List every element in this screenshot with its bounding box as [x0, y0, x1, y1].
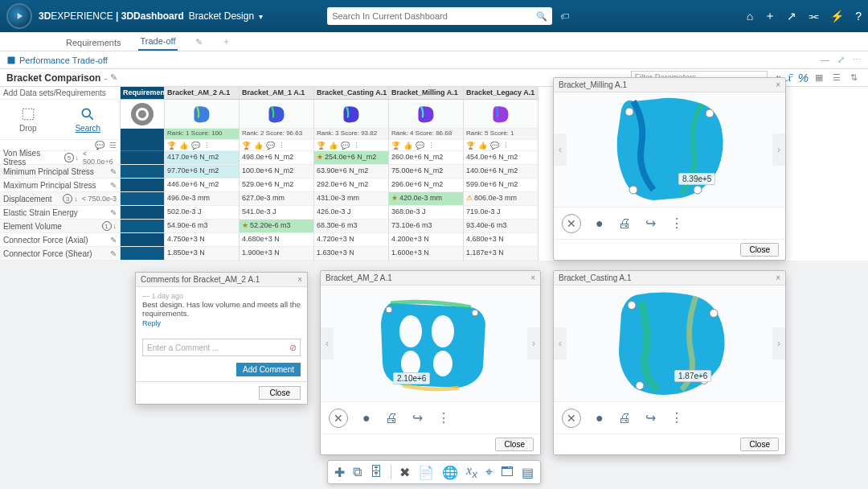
data-cell[interactable]: ★420.0e-3 mm [389, 192, 463, 206]
fx-xbar-icon[interactable]: 𝑥̄ [786, 71, 792, 84]
prev-arrow-icon[interactable]: ‹ [554, 327, 567, 360]
print-icon[interactable]: 🖨 [385, 411, 398, 425]
data-cell[interactable]: 97.70e+6 N_m2 [165, 165, 239, 179]
thumbnail[interactable] [121, 100, 164, 129]
data-cell[interactable]: ★52.20e-6 m3 [240, 220, 313, 233]
minimize-icon[interactable]: — [821, 55, 829, 65]
data-cell[interactable]: 292.0e+6 N_m2 [314, 179, 388, 192]
add-icon[interactable]: ✚ [334, 465, 345, 480]
help-icon[interactable]: ? [855, 10, 862, 23]
close-button[interactable]: Close [740, 243, 779, 257]
close-icon[interactable]: × [297, 275, 302, 284]
next-arrow-icon[interactable]: › [527, 327, 540, 360]
column-header[interactable]: Bracket_Legacy A.1 [464, 87, 538, 100]
expand-icon[interactable]: ⤢ [837, 55, 845, 65]
data-cell[interactable]: 68.30e-6 m3 [314, 220, 388, 233]
db-icon[interactable]: 🗄 [370, 465, 383, 479]
sphere-icon[interactable]: ● [596, 411, 604, 425]
dashboard-name[interactable]: Bracket Design [189, 10, 254, 22]
sphere-icon[interactable]: ● [596, 216, 604, 231]
sphere-icon[interactable]: ● [362, 411, 371, 425]
plus-icon[interactable]: ＋ [764, 9, 776, 23]
print-icon[interactable]: 🖨 [618, 216, 631, 231]
data-cell[interactable]: 541.0e-3 J [240, 206, 313, 220]
close-icon[interactable]: × [530, 273, 535, 282]
column-header[interactable]: Requirements [121, 87, 164, 100]
more-dots-icon[interactable]: ⋮ [670, 410, 683, 425]
search-icon[interactable]: 🔍 [536, 11, 547, 22]
search-input[interactable] [332, 11, 536, 21]
thumbnail[interactable] [240, 100, 313, 129]
data-cell[interactable]: 431.0e-3 mm [314, 192, 388, 206]
tab-edit-icon[interactable]: ✎ [194, 34, 204, 51]
delete-icon[interactable]: ✖ [399, 465, 410, 480]
globe-icon[interactable]: 🌐 [442, 465, 458, 480]
drop-button[interactable]: Drop [19, 106, 37, 133]
compass-icon[interactable] [6, 3, 32, 29]
close-circle-icon[interactable]: ✕ [329, 409, 348, 428]
tab-requirements[interactable]: Requirements [64, 35, 122, 51]
close-button[interactable]: Close [740, 438, 779, 451]
data-cell[interactable]: 63.90e+6 N_m2 [314, 165, 388, 179]
column-header[interactable]: Bracket_AM_1 A.1 [240, 87, 313, 100]
share-arrow-icon[interactable]: ↪ [645, 410, 656, 425]
column-header[interactable]: Bracket_Milling A.1 [389, 87, 463, 100]
data-cell[interactable]: 4.720e+3 N [314, 233, 388, 247]
data-cell[interactable]: 719.0e-3 J [464, 206, 538, 220]
close-icon[interactable]: × [776, 80, 780, 89]
data-cell[interactable]: 496.0e-3 mm [165, 192, 239, 206]
data-cell[interactable]: 368.0e-3 J [389, 206, 463, 220]
doc-icon[interactable]: 📄 [418, 465, 434, 480]
data-cell[interactable]: 260.0e+6 N_m2 [389, 151, 463, 165]
data-cell[interactable]: 93.40e-6 m3 [464, 220, 538, 233]
data-cell[interactable]: 75.00e+6 N_m2 [389, 165, 463, 179]
data-cell[interactable]: 426.0e-3 J [314, 206, 388, 220]
data-cell[interactable]: 1.900e+3 N [240, 247, 313, 261]
search-button[interactable]: Search [75, 106, 100, 133]
flash-icon[interactable]: ⚡ [830, 10, 844, 23]
print-icon[interactable]: 🖨 [618, 411, 631, 425]
data-cell[interactable]: ★254.0e+6 N_m2 [314, 151, 388, 165]
tab-add-icon[interactable]: ＋ [220, 32, 232, 51]
data-cell[interactable]: 4.680e+3 N [240, 233, 313, 247]
target-icon[interactable]: ⌖ [485, 465, 493, 479]
more-icon[interactable]: ⋯ [853, 55, 862, 65]
data-cell[interactable]: 1.850e+3 N [165, 247, 239, 261]
data-cell[interactable]: 73.10e-6 m3 [389, 220, 463, 233]
add-comment-button[interactable]: Add Comment [236, 363, 301, 376]
more-dots-icon[interactable]: ⋮ [670, 216, 683, 231]
data-cell[interactable]: 4.680e+3 N [464, 233, 538, 247]
xx-icon[interactable]: xx [466, 463, 477, 480]
chevron-down-icon[interactable]: ▾ [259, 12, 263, 21]
list-view-icon[interactable]: ☰ [833, 72, 844, 84]
reply-link[interactable]: Reply [142, 319, 161, 327]
close-button[interactable]: Close [495, 438, 534, 451]
thumbnail[interactable] [389, 100, 463, 129]
column-header[interactable]: Bracket_AM_2 A.1 [165, 87, 239, 100]
tag-icon[interactable]: 🏷 [560, 11, 569, 21]
thumbnail[interactable] [165, 100, 239, 129]
data-cell[interactable]: 454.0e+6 N_m2 [464, 151, 538, 165]
comment-input[interactable]: Enter a Comment ...⊘ [142, 339, 301, 356]
data-cell[interactable]: 1.600e+3 N [389, 247, 463, 261]
thumbnail[interactable] [464, 100, 538, 129]
search-box[interactable]: 🔍 [327, 7, 552, 25]
close-circle-icon[interactable]: ✕ [562, 214, 581, 233]
next-arrow-icon[interactable]: › [772, 327, 785, 360]
home-icon[interactable]: ⌂ [747, 10, 753, 23]
prev-arrow-icon[interactable]: ‹ [554, 134, 567, 166]
data-cell[interactable]: 100.0e+6 N_m2 [240, 165, 313, 179]
data-cell[interactable]: 529.0e+6 N_m2 [240, 179, 313, 192]
settings-icon[interactable]: ☰ [109, 141, 117, 150]
data-cell[interactable]: 54.90e-6 m3 [165, 220, 239, 233]
data-cell[interactable]: 296.0e+6 N_m2 [389, 179, 463, 192]
share-arrow-icon[interactable]: ↪ [412, 410, 423, 425]
grid-view-icon[interactable]: ▦ [815, 72, 826, 84]
next-arrow-icon[interactable]: › [772, 134, 785, 166]
data-cell[interactable]: 498.0e+6 N_m2 [240, 151, 313, 165]
close-circle-icon[interactable]: ✕ [562, 409, 581, 428]
more-dots-icon[interactable]: ⋮ [437, 410, 450, 425]
copy-icon[interactable]: ⧉ [353, 465, 362, 479]
share-arrow-icon[interactable]: ↪ [645, 216, 656, 231]
column-header[interactable]: Bracket_Casting A.1 [314, 87, 388, 100]
